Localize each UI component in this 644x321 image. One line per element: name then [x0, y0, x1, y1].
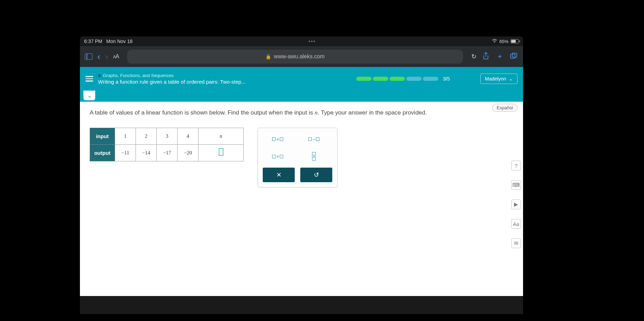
keypad-fraction-button[interactable] — [299, 150, 329, 163]
menu-button[interactable] — [85, 76, 93, 82]
topic-title: Writing a function rule given a table of… — [98, 79, 246, 85]
keypad-add-button[interactable]: + — [263, 133, 293, 145]
svg-point-0 — [494, 42, 495, 42]
keypad-undo-button[interactable]: ↺ — [300, 168, 332, 182]
function-table: input 1 2 3 4 n output −11 −14 −17 −20 — [90, 128, 244, 161]
calculator-button[interactable]: ⌨ — [511, 180, 521, 190]
chevron-down-icon: ⌄ — [509, 76, 513, 82]
battery-percent: 65% — [499, 39, 508, 44]
tabs-button[interactable] — [509, 52, 518, 61]
text-size-button[interactable]: AA — [113, 53, 119, 60]
table-cell: −11 — [115, 144, 136, 161]
progress-indicator: 3/5 — [356, 76, 450, 82]
progress-segment — [390, 77, 405, 81]
output-row-header: output — [90, 144, 115, 161]
refresh-button[interactable]: ↻ — [471, 53, 476, 60]
progress-segment — [423, 77, 438, 81]
text-options-button[interactable]: Aa — [511, 219, 521, 229]
table-cell: −17 — [157, 144, 178, 161]
ipad-status-bar: 6:37 PM Mon Nov 18 ••• 65% — [80, 36, 523, 46]
url-text: www-awu.aleks.com — [274, 53, 325, 60]
question-text: A table of values of a linear function i… — [90, 108, 444, 118]
message-button[interactable]: ✉ — [511, 238, 521, 248]
aleks-header: Graphs, Functions, and Sequences Writing… — [80, 67, 523, 91]
status-time: 6:37 PM — [84, 39, 102, 44]
table-cell: 1 — [115, 128, 136, 144]
side-rail: ? ⌨ ▶ Aa ✉ — [511, 161, 521, 248]
progress-segment — [406, 77, 422, 81]
wifi-icon — [492, 39, 497, 44]
user-menu-button[interactable]: Madelynn ⌄ — [480, 74, 517, 84]
keypad-multiply-button[interactable]: × — [263, 150, 293, 163]
table-cell: 2 — [136, 128, 157, 144]
help-button[interactable]: ? — [511, 161, 521, 170]
answer-input-cell[interactable] — [198, 144, 244, 161]
input-row-header: input — [90, 128, 115, 144]
x-icon: ✕ — [276, 171, 282, 179]
status-date: Mon Nov 18 — [106, 39, 132, 44]
browser-toolbar: ‹ › AA 🔒 www-awu.aleks.com ↻ + — [80, 46, 523, 67]
table-cell: −14 — [136, 144, 157, 161]
sidebar-icon[interactable] — [85, 53, 92, 60]
progress-count: 3/5 — [443, 76, 450, 82]
address-bar[interactable]: 🔒 www-awu.aleks.com — [127, 50, 463, 64]
keypad-subtract-button[interactable]: − — [299, 133, 329, 145]
progress-segment — [356, 77, 372, 81]
question-content: Español A table of values of a linear fu… — [80, 102, 523, 296]
multitask-dots-icon[interactable]: ••• — [132, 39, 492, 44]
progress-segment — [373, 77, 388, 81]
svg-rect-2 — [512, 53, 517, 57]
expand-down-button[interactable]: ⌄ — [83, 91, 95, 100]
user-name: Madelynn — [485, 76, 506, 82]
svg-rect-1 — [511, 54, 515, 58]
new-tab-button[interactable]: + — [495, 53, 504, 61]
undo-icon: ↺ — [314, 171, 319, 179]
answer-input[interactable] — [219, 148, 223, 156]
table-cell: −20 — [178, 144, 198, 161]
share-button[interactable] — [481, 52, 490, 61]
math-keypad: + − × ✕ ↺ — [258, 128, 337, 187]
table-cell: 4 — [178, 128, 198, 144]
forward-button: › — [105, 51, 108, 62]
table-cell: 3 — [157, 128, 178, 144]
keypad-clear-button[interactable]: ✕ — [263, 168, 295, 182]
back-button[interactable]: ‹ — [97, 51, 100, 62]
battery-icon — [511, 39, 519, 43]
table-cell-variable: n — [198, 128, 244, 144]
language-button[interactable]: Español — [492, 104, 517, 112]
category-label: Graphs, Functions, and Sequences — [98, 73, 246, 78]
video-button[interactable]: ▶ — [511, 200, 521, 209]
lock-icon: 🔒 — [266, 54, 271, 59]
